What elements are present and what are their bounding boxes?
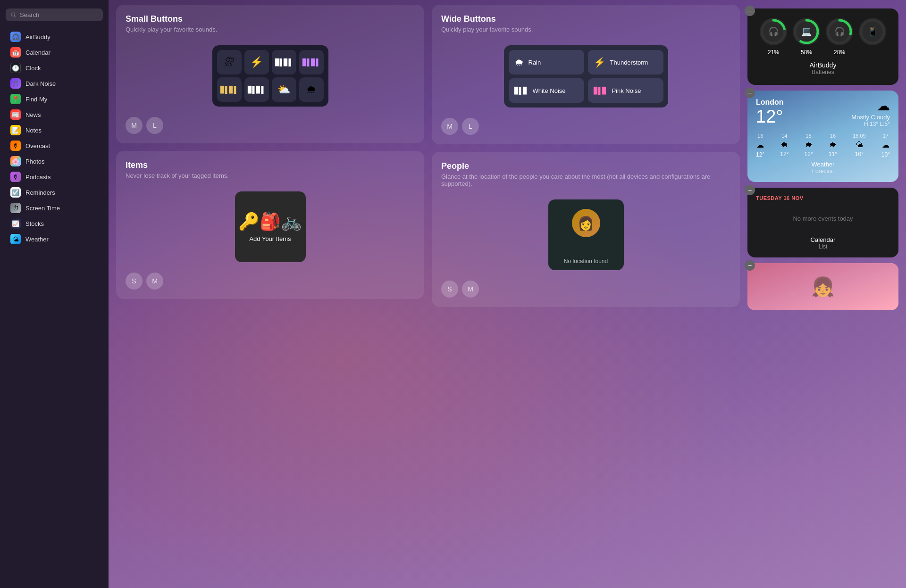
person-avatar: 👩 bbox=[572, 209, 600, 237]
photos-icon: 🌸 bbox=[10, 156, 21, 166]
small-buttons-card: Small Buttons Quickly play your favorite… bbox=[116, 5, 424, 143]
weather-widget-wrapper: − London 12° ☁ Mostly Cloudy H:13° L:5 bbox=[747, 91, 898, 182]
battery-item-2: 💻 58% bbox=[793, 18, 820, 56]
weather-icon: 🌤 bbox=[10, 234, 21, 244]
remove-weather-button[interactable]: − bbox=[745, 88, 755, 98]
weather-widget: London 12° ☁ Mostly Cloudy H:13° L:5° bbox=[747, 91, 898, 182]
wide-btn-pinknoise[interactable]: ▊▌▊ Pink Noise bbox=[588, 78, 663, 103]
sidebar: Search 🎧AirBuddy📅Calendar🕐Clock🎵Dark Noi… bbox=[0, 0, 109, 588]
sound-btn-3[interactable]: ▊▌▊▌ bbox=[272, 50, 296, 75]
people-preview: 👩 No location found bbox=[548, 199, 624, 270]
pinknoise-label: Pink Noise bbox=[612, 87, 641, 94]
wide-btn-whitenoise[interactable]: ▊▌▊ White Noise bbox=[509, 78, 584, 103]
wide-buttons-subtitle: Quickly play your favorite sounds. bbox=[441, 26, 730, 33]
screentime-icon: ⏱ bbox=[10, 203, 21, 213]
sidebar-item-weather[interactable]: 🌤Weather bbox=[3, 232, 106, 247]
sound-btn-8[interactable]: 🌧 bbox=[299, 77, 324, 102]
battery-icon-3: 🎧 bbox=[834, 26, 845, 37]
weather-label-row: Weather Forecast bbox=[756, 161, 890, 174]
sidebar-item-findmy[interactable]: 📍Find My bbox=[3, 91, 106, 107]
overcast-icon: 🎙 bbox=[10, 141, 21, 151]
items-card: Items Never lose track of your tagged it… bbox=[116, 151, 424, 299]
clock-icon: 🕐 bbox=[10, 63, 21, 73]
findmy-label: Find My bbox=[25, 96, 47, 103]
sidebar-item-stocks[interactable]: 📈Stocks bbox=[3, 216, 106, 231]
svg-line-1 bbox=[14, 16, 16, 17]
avatar-s: S bbox=[126, 273, 143, 290]
small-buttons-title: Small Buttons bbox=[126, 14, 415, 24]
airbuddy-widget-wrapper: − 🎧 21% bbox=[747, 8, 898, 85]
airbuddy-batteries: 🎧 21% 💻 bbox=[757, 18, 889, 56]
overcast-label: Overcast bbox=[25, 142, 50, 149]
sound-btn-2[interactable]: ⚡ bbox=[244, 50, 269, 75]
sidebar-item-reminders[interactable]: ☑️Reminders bbox=[3, 185, 106, 200]
news-icon: 📰 bbox=[10, 109, 21, 120]
pinknoise-icon: ▊▌▊ bbox=[594, 87, 607, 94]
photo-emoji: 👧 bbox=[811, 276, 835, 298]
items-icons: 🔑🎒🚲 bbox=[238, 212, 302, 232]
notes-icon: 📝 bbox=[10, 125, 21, 135]
photos-label: Photos bbox=[25, 158, 44, 165]
remove-calendar-button[interactable]: − bbox=[745, 185, 755, 195]
thunder-label: Thunderstorm bbox=[610, 59, 648, 66]
reminders-label: Reminders bbox=[25, 189, 55, 196]
sound-btn-1[interactable]: ⛈ bbox=[217, 50, 242, 75]
small-buttons-subtitle: Quickly play your favorite sounds. bbox=[126, 26, 415, 33]
battery-ring-3: 🎧 bbox=[826, 18, 853, 45]
sidebar-item-photos[interactable]: 🌸Photos bbox=[3, 154, 106, 169]
sidebar-item-notes[interactable]: 📝Notes bbox=[3, 123, 106, 138]
avatar-m4: M bbox=[462, 281, 479, 298]
wide-buttons-grid: 🌧 Rain ⚡ Thunderstorm ▊▌▊ White Noise bbox=[504, 45, 668, 108]
people-subtitle: Glance at the location of the people you… bbox=[441, 173, 730, 187]
battery-ring-2: 💻 bbox=[793, 18, 820, 45]
podcasts-icon: 🎙 bbox=[10, 172, 21, 182]
photo-widget-wrapper: − 👧 bbox=[747, 263, 898, 310]
battery-item-3: 🎧 28% bbox=[826, 18, 853, 56]
rain-icon: 🌧 bbox=[514, 57, 524, 68]
weather-hl: H:13° L:5° bbox=[851, 121, 890, 127]
cal-label-row: Calendar List bbox=[756, 236, 890, 250]
weather-label: Weather bbox=[25, 236, 49, 243]
whitenoise-label: White Noise bbox=[532, 87, 565, 94]
sound-btn-5[interactable]: ▊▌▊▌ bbox=[217, 77, 242, 102]
remove-photo-button[interactable]: − bbox=[745, 260, 755, 271]
search-placeholder: Search bbox=[20, 11, 39, 18]
items-avatars: S M bbox=[126, 273, 415, 290]
reminders-icon: ☑️ bbox=[10, 187, 21, 198]
small-buttons-grid: ⛈ ⚡ ▊▌▊▌ ▊▌▊▌ ▊▌▊▌ ▊▌▊▌ ⛅ 🌧 bbox=[212, 45, 328, 107]
weather-forecast-row: 13 ☁ 12° 14 🌧 12° 15 🌧 12° bbox=[756, 133, 890, 158]
cal-no-events: No more events today bbox=[756, 215, 890, 222]
battery-ring-1: 🎧 bbox=[760, 18, 787, 45]
avatar-l2: L bbox=[462, 118, 479, 135]
battery-pct-3: 28% bbox=[834, 49, 845, 56]
cal-date-header: TUESDAY 16 NOV bbox=[756, 195, 890, 201]
remove-airbuddy-button[interactable]: − bbox=[745, 6, 755, 16]
airbuddy-icon: 🎧 bbox=[10, 32, 21, 42]
photo-widget: 👧 bbox=[747, 263, 898, 310]
darknoise-label: Dark Noise bbox=[25, 80, 56, 87]
sidebar-item-clock[interactable]: 🕐Clock bbox=[3, 60, 106, 75]
right-panel: − 🎧 21% bbox=[747, 5, 898, 580]
notes-label: Notes bbox=[25, 127, 42, 134]
sidebar-item-darknoise[interactable]: 🎵Dark Noise bbox=[3, 76, 106, 91]
small-buttons-avatars: M L bbox=[126, 117, 415, 134]
stocks-icon: 📈 bbox=[10, 218, 21, 229]
sidebar-item-airbuddy[interactable]: 🎧AirBuddy bbox=[3, 29, 106, 44]
sidebar-item-calendar[interactable]: 📅Calendar bbox=[3, 45, 106, 60]
search-bar[interactable]: Search bbox=[6, 8, 103, 21]
sound-btn-6[interactable]: ▊▌▊▌ bbox=[244, 77, 269, 102]
sidebar-item-screentime[interactable]: ⏱Screen Time bbox=[3, 200, 106, 215]
sidebar-item-overcast[interactable]: 🎙Overcast bbox=[3, 138, 106, 153]
sidebar-item-news[interactable]: 📰News bbox=[3, 107, 106, 122]
people-card: People Glance at the location of the peo… bbox=[432, 152, 740, 307]
sound-btn-4[interactable]: ▊▌▊▌ bbox=[299, 50, 324, 75]
search-icon bbox=[10, 12, 17, 18]
sound-btn-7[interactable]: ⛅ bbox=[272, 77, 296, 102]
wide-btn-rain[interactable]: 🌧 Rain bbox=[509, 50, 584, 75]
wide-btn-thunder[interactable]: ⚡ Thunderstorm bbox=[588, 50, 663, 75]
calendar-widget-wrapper: − TUESDAY 16 NOV No more events today Ca… bbox=[747, 188, 898, 257]
items-preview[interactable]: 🔑🎒🚲 Add Your Items bbox=[235, 191, 306, 262]
sidebar-item-podcasts[interactable]: 🎙Podcasts bbox=[3, 169, 106, 184]
whitenoise-icon: ▊▌▊ bbox=[514, 87, 528, 94]
avatar-s2: S bbox=[441, 281, 458, 298]
